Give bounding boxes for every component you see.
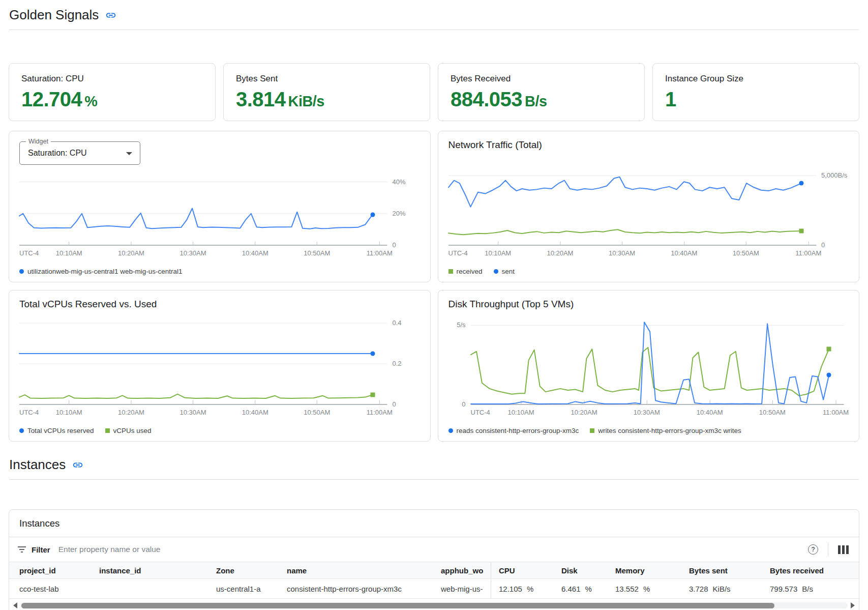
legend-item[interactable]: writes consistent-http-errors-group-xm3c… (590, 427, 741, 434)
cell-project-id: cco-test-lab (19, 585, 99, 593)
scorecard-label: Instance Group Size (665, 74, 847, 84)
column-header-instance-id[interactable]: instance_id (99, 566, 216, 575)
series-line-utilization (19, 209, 373, 229)
disk-throughput-chart[interactable]: 5/s0UTC-410:10AM10:20AM10:30AM10:40AM10:… (448, 312, 849, 424)
cell-bytes-sent: 3.728KiB/s (681, 585, 762, 593)
x-axis-tick-label: 10:50AM (304, 249, 330, 257)
column-header-bytes-received[interactable]: Bytes received (762, 566, 859, 575)
scorecard-label: Bytes Received (451, 74, 632, 84)
y-axis-label: 0 (393, 400, 396, 408)
column-header-disk[interactable]: Disk (554, 566, 608, 575)
scorecard-instance-group-size: Instance Group Size 1 (652, 63, 859, 121)
legend-item[interactable]: vCPUs used (105, 427, 152, 434)
section-divider (9, 479, 859, 480)
x-axis-tick-label: 10:10AM (56, 249, 82, 257)
y-axis-label: 5/s (457, 321, 465, 329)
scorecard-value: 12.704% (21, 88, 203, 111)
x-axis-tick-label: 10:40AM (242, 409, 268, 416)
plot-area[interactable]: 40%20%0UTC-410:10AM10:20AM10:30AM10:40AM… (19, 174, 387, 245)
x-axis-tick-label: 10:50AM (733, 249, 759, 257)
legend-circle-marker (19, 428, 24, 433)
link-icon (105, 10, 116, 21)
table-filter-bar: Filter ? (9, 537, 859, 562)
column-header-zone[interactable]: Zone (216, 566, 287, 575)
series-end-marker (370, 212, 375, 217)
column-display-button[interactable] (834, 541, 852, 558)
scorecard-label: Bytes Sent (236, 74, 417, 84)
page-title: Golden Signals (9, 7, 99, 23)
chevron-down-icon (126, 152, 132, 155)
golden-signals-header: Golden Signals (0, 0, 868, 30)
x-axis-tick-label: 10:50AM (304, 409, 330, 416)
chart-svg (448, 170, 817, 245)
column-header-memory[interactable]: Memory (608, 566, 681, 575)
x-axis-tick-label: 10:20AM (118, 249, 144, 257)
scorecard-label: Saturation: CPU (21, 74, 203, 84)
plot-area[interactable]: 5/s0UTC-410:10AM10:20AM10:30AM10:40AM10:… (471, 319, 844, 404)
scrollbar-track[interactable] (20, 602, 848, 608)
widget-selector-dropdown[interactable]: Widget Saturation: CPU (19, 141, 140, 165)
chart-legend: utilizationweb-mig-us-central1 web-mig-u… (19, 266, 420, 277)
network-traffic-chart[interactable]: 5,000B/s0UTC-410:10AM10:20AM10:30AM10:40… (448, 153, 849, 265)
y-axis-label: 0 (462, 400, 465, 408)
filter-input[interactable] (58, 545, 804, 554)
section-link-button[interactable] (105, 9, 117, 21)
vcpus-chart[interactable]: 0.40.20UTC-410:10AM10:20AM10:30AM10:40AM… (19, 312, 420, 424)
column-header-name[interactable]: name (287, 566, 441, 575)
legend-item[interactable]: utilizationweb-mig-us-central1 web-mig-u… (19, 268, 183, 275)
y-axis-label: 0.4 (393, 319, 402, 327)
chart-legend: Total vCPUs reservedvCPUs used (19, 425, 420, 436)
scorecard-bytes-received: Bytes Received 884.053B/s (438, 63, 645, 121)
table-row[interactable]: cco-test-lab us-central1-a consistent-ht… (9, 579, 859, 599)
plot-area[interactable]: 0.40.20UTC-410:10AM10:20AM10:30AM10:40AM… (19, 318, 387, 404)
scrollbar-thumb[interactable] (21, 603, 774, 608)
x-axis-tick-label: 10:10AM (507, 409, 534, 416)
series-end-marker (370, 352, 375, 356)
scorecard-bytes-sent: Bytes Sent 3.814KiB/s (223, 63, 430, 121)
cell-name: consistent-http-errors-group-xm3c (287, 585, 441, 593)
x-axis-labels: UTC-410:10AM10:20AM10:30AM10:40AM10:50AM… (471, 409, 844, 419)
legend-label: Total vCPUs reserved (27, 427, 94, 434)
scroll-left-arrow-icon[interactable] (13, 602, 17, 608)
column-header-bytes-sent[interactable]: Bytes sent (681, 566, 762, 575)
cell-disk: 6.461% (554, 585, 608, 593)
columns-icon (838, 545, 849, 554)
legend-circle-marker (494, 269, 498, 274)
legend-item[interactable]: sent (494, 268, 515, 275)
section-link-button[interactable] (72, 459, 84, 471)
horizontal-scrollbar[interactable] (13, 600, 855, 610)
series-end-marker (370, 393, 375, 397)
series-end-marker (826, 347, 831, 352)
legend-square-marker (105, 428, 110, 433)
toolbar-divider (828, 542, 828, 557)
timezone-label: UTC-4 (471, 409, 490, 416)
series-line-vcpus-used (19, 394, 373, 398)
y-axis-label: 40% (393, 178, 406, 186)
instances-section-header: Instances (0, 450, 868, 480)
column-header-cpu[interactable]: CPU (491, 566, 554, 575)
help-button[interactable]: ? (804, 541, 822, 558)
chart-svg (19, 318, 387, 404)
saturation-cpu-chart[interactable]: 40%20%0UTC-410:10AM10:20AM10:30AM10:40AM… (19, 166, 420, 265)
x-axis-tick-label: 10:40AM (242, 249, 268, 257)
scorecard-unit: KiB/s (288, 93, 324, 109)
x-axis-tick-label: 10:30AM (179, 249, 206, 257)
column-header-apphub-workload[interactable]: apphub_wo (441, 562, 491, 578)
x-axis-labels: UTC-410:10AM10:20AM10:30AM10:40AM10:50AM… (19, 249, 387, 259)
filter-button[interactable]: Filter (32, 545, 50, 554)
legend-item[interactable]: reads consistent-http-errors-group-xm3c (448, 427, 579, 434)
legend-label: sent (502, 268, 515, 275)
chart-title: Total vCPUs Reserved vs. Used (19, 298, 420, 311)
charts-row-1: Widget Saturation: CPU 40%20%0UTC-410:10… (9, 131, 859, 282)
scroll-right-arrow-icon[interactable] (851, 602, 855, 608)
legend-square-marker (590, 428, 594, 433)
legend-item[interactable]: Total vCPUs reserved (19, 427, 94, 434)
x-axis-tick-label: 10:10AM (485, 249, 511, 257)
plot-area[interactable]: 5,000B/s0UTC-410:10AM10:20AM10:30AM10:40… (448, 170, 817, 245)
legend-item[interactable]: received (448, 268, 483, 275)
series-line-received (448, 229, 802, 235)
cell-zone: us-central1-a (216, 585, 287, 593)
link-icon (72, 459, 83, 471)
column-header-project-id[interactable]: project_id (19, 566, 99, 575)
x-axis-tick-label: 10:10AM (56, 409, 82, 416)
